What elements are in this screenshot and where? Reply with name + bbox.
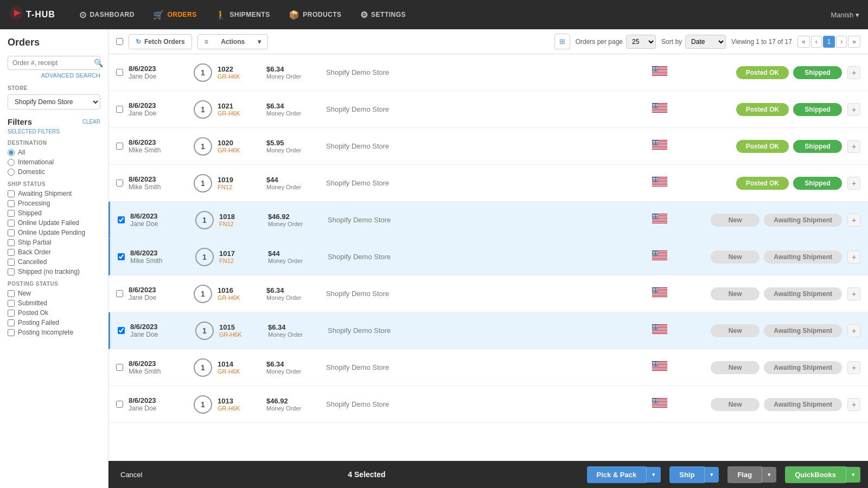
status-buttons: Posted OK Shipped: [674, 140, 842, 153]
post-status-button[interactable]: New: [711, 251, 760, 264]
row-checkbox[interactable]: [118, 327, 125, 334]
first-page-button[interactable]: «: [797, 36, 810, 48]
sort-select[interactable]: DateOrder #: [685, 35, 726, 49]
order-store-col: Shopify Demo Store: [326, 363, 647, 371]
cancel-button[interactable]: Cancel: [116, 468, 146, 481]
search-box[interactable]: 🔍: [8, 56, 100, 70]
post-status-button[interactable]: Posted OK: [736, 140, 789, 153]
expand-button[interactable]: +: [847, 251, 860, 264]
filter-post-new[interactable]: New: [8, 290, 100, 297]
ship-status-button[interactable]: Awaiting Shipment: [764, 398, 842, 411]
filter-ship-partial[interactable]: Ship Partial: [8, 239, 100, 246]
filter-post-incomplete[interactable]: Posting Incomplete: [8, 329, 100, 336]
filter-ship-online-failed[interactable]: Online Update Failed: [8, 219, 100, 227]
post-status-button[interactable]: New: [711, 324, 760, 337]
ship-status-button[interactable]: Awaiting Shipment: [764, 214, 842, 227]
row-checkbox[interactable]: [116, 106, 123, 113]
search-input[interactable]: [12, 59, 94, 67]
row-checkbox[interactable]: [118, 253, 125, 260]
filter-ship-processing[interactable]: Processing: [8, 200, 100, 207]
expand-button[interactable]: +: [847, 398, 860, 411]
post-status-button[interactable]: New: [711, 361, 760, 374]
expand-button[interactable]: +: [847, 361, 860, 374]
flag-arrow-button[interactable]: ▾: [762, 467, 776, 483]
nav-item-dashboard[interactable]: ⊙ DASHBOARD: [72, 7, 142, 23]
post-status-button[interactable]: Posted OK: [736, 177, 789, 190]
filter-destination-all[interactable]: All: [8, 149, 100, 156]
store-select[interactable]: Shopify Demo Store: [8, 94, 100, 110]
svg-rect-7: [652, 73, 667, 73]
row-checkbox[interactable]: [116, 143, 123, 150]
post-status-button[interactable]: Posted OK: [736, 103, 789, 116]
expand-button[interactable]: +: [847, 287, 860, 300]
filter-ship-online-pending[interactable]: Online Update Pending: [8, 229, 100, 236]
ship-status-button[interactable]: Shipped: [793, 140, 842, 153]
select-all-checkbox[interactable]: [116, 38, 123, 45]
user-menu[interactable]: Manish ▾: [831, 11, 859, 19]
row-checkbox[interactable]: [116, 179, 123, 187]
expand-button[interactable]: +: [847, 66, 860, 79]
ship-status-button[interactable]: Awaiting Shipment: [764, 251, 842, 264]
filter-post-posted-ok[interactable]: Posted Ok: [8, 309, 100, 317]
ship-button[interactable]: Ship: [669, 466, 704, 483]
fetch-orders-button[interactable]: ↻ Fetch Orders: [129, 34, 192, 49]
expand-button[interactable]: +: [847, 177, 860, 190]
order-date: 8/6/2023: [129, 101, 188, 110]
row-checkbox[interactable]: [116, 401, 123, 408]
pick-pack-button[interactable]: Pick & Pack: [587, 466, 647, 483]
row-checkbox[interactable]: [116, 290, 123, 297]
svg-rect-8: [652, 74, 667, 75]
actions-button[interactable]: ≡ Actions ▾: [197, 34, 268, 49]
flag-icon: ★★★★★ ★★★★★ ★★★★ ★★★★★ ★★★★ ★★★★★: [652, 140, 668, 152]
logo[interactable]: T-HUB: [9, 5, 55, 24]
row-checkbox[interactable]: [116, 69, 123, 76]
ship-arrow-button[interactable]: ▾: [704, 467, 719, 483]
ship-status-button[interactable]: Awaiting Shipment: [764, 324, 842, 337]
nav-item-settings[interactable]: ⚙ SETTINGS: [353, 7, 414, 23]
expand-button[interactable]: +: [847, 103, 860, 116]
post-status-button[interactable]: Posted OK: [736, 66, 789, 79]
page-1-button[interactable]: 1: [823, 36, 835, 48]
advanced-search-link[interactable]: ADVANCED SEARCH: [8, 72, 100, 79]
filter-post-failed[interactable]: Posting Failed: [8, 319, 100, 326]
expand-button[interactable]: +: [847, 214, 860, 227]
ship-status-button[interactable]: Awaiting Shipment: [764, 361, 842, 374]
filter-ship-no-tracking[interactable]: Shipped (no tracking): [8, 268, 100, 275]
filter-destination-domestic[interactable]: Domestic: [8, 168, 100, 176]
last-page-button[interactable]: »: [848, 36, 860, 48]
order-amount-col: $44 Money Order: [266, 176, 321, 190]
clear-filters-btn[interactable]: CLEAR: [82, 119, 100, 125]
row-checkbox[interactable]: [116, 364, 123, 371]
flag-button[interactable]: Flag: [727, 466, 762, 483]
expand-button[interactable]: +: [847, 324, 860, 337]
prev-page-button[interactable]: ‹: [811, 36, 822, 48]
nav-item-products[interactable]: 📦 PRODUCTS: [281, 7, 349, 23]
quickbooks-button[interactable]: QuickBooks: [785, 466, 846, 483]
filter-post-submitted[interactable]: Submitted: [8, 299, 100, 307]
filter-ship-backorder[interactable]: Back Order: [8, 248, 100, 256]
table-row: 8/6/2023 Jane Doe 1 1018 FN12 $46.92 Mon…: [108, 202, 868, 239]
ship-status-button[interactable]: Shipped: [793, 177, 842, 190]
row-checkbox[interactable]: [118, 216, 125, 223]
post-status-button[interactable]: New: [711, 287, 760, 300]
ship-status-button[interactable]: Shipped: [793, 66, 842, 79]
post-status-button[interactable]: New: [711, 398, 760, 411]
grid-view-button[interactable]: ⊞: [554, 34, 570, 49]
filter-ship-cancelled[interactable]: Cancelled: [8, 258, 100, 266]
pick-pack-arrow-button[interactable]: ▾: [646, 467, 661, 483]
next-page-button[interactable]: ›: [836, 36, 847, 48]
per-page-select[interactable]: 2550100: [626, 35, 656, 49]
ship-status-button[interactable]: Awaiting Shipment: [764, 287, 842, 300]
filter-destination-international[interactable]: International: [8, 158, 100, 166]
filter-ship-shipped[interactable]: Shipped: [8, 209, 100, 217]
order-qty-badge: 1: [194, 100, 212, 119]
filter-ship-awaiting[interactable]: Awaiting Shipment: [8, 190, 100, 197]
nav-item-orders[interactable]: 🛒 ORDERS: [145, 7, 205, 23]
selected-filters-link[interactable]: SELECTED FILTERS: [8, 129, 100, 134]
ship-status-button[interactable]: Shipped: [793, 103, 842, 116]
post-status-button[interactable]: New: [711, 214, 760, 227]
quickbooks-arrow-button[interactable]: ▾: [846, 467, 860, 483]
order-number: 1015: [219, 323, 263, 331]
expand-button[interactable]: +: [847, 140, 860, 153]
nav-item-shipments[interactable]: 🚶 SHIPMENTS: [208, 7, 278, 23]
